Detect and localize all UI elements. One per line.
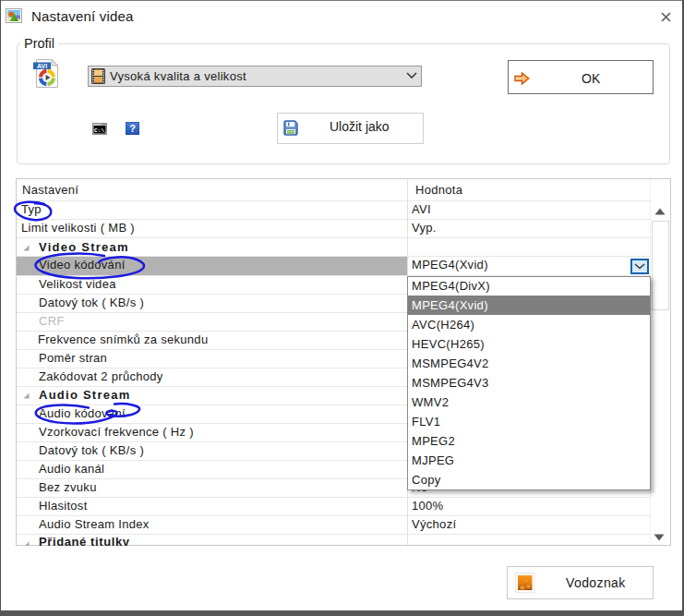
svg-text:AVI: AVI (37, 63, 47, 69)
svg-text:?: ? (129, 123, 136, 134)
svg-text:C:\_: C:\_ (94, 127, 107, 134)
